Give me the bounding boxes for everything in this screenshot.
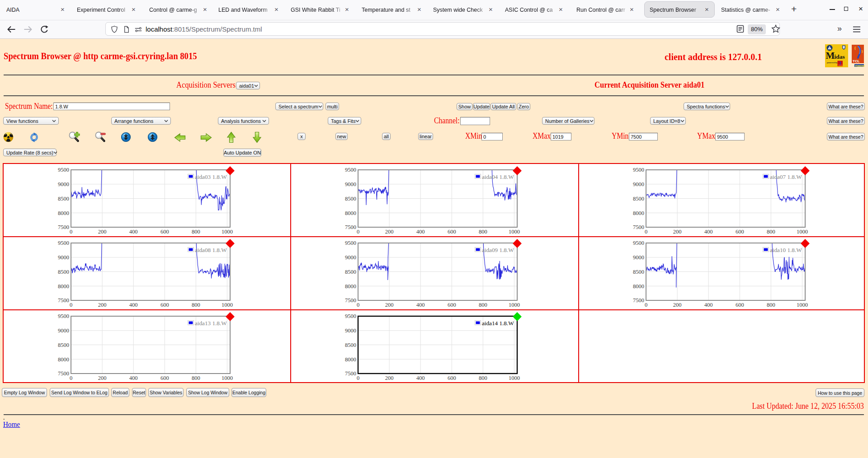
- svg-text:400: 400: [416, 301, 425, 308]
- svg-text:600: 600: [735, 301, 744, 308]
- svg-text:0: 0: [70, 301, 72, 308]
- svg-text:9000: 9000: [633, 181, 644, 187]
- svg-text:800: 800: [766, 301, 775, 308]
- svg-text:9000: 9000: [58, 327, 69, 334]
- svg-text:9000: 9000: [345, 254, 356, 261]
- svg-text:200: 200: [385, 374, 394, 381]
- svg-text:800: 800: [479, 229, 487, 235]
- svg-text:1000: 1000: [222, 374, 233, 381]
- svg-text:aida09 1.8.W: aida09 1.8.W: [482, 246, 514, 253]
- svg-text:1000: 1000: [509, 374, 520, 381]
- svg-text:aida13 1.8.W: aida13 1.8.W: [195, 319, 227, 326]
- svg-text:600: 600: [160, 301, 169, 308]
- svg-text:0: 0: [357, 301, 359, 308]
- svg-text:0: 0: [70, 229, 72, 235]
- svg-text:0: 0: [644, 229, 647, 235]
- svg-text:7500: 7500: [345, 297, 356, 304]
- svg-text:400: 400: [129, 301, 138, 308]
- svg-text:1000: 1000: [222, 229, 233, 235]
- svg-text:aida07 1.8.W: aida07 1.8.W: [770, 173, 802, 180]
- svg-text:600: 600: [448, 374, 456, 381]
- svg-text:8000: 8000: [633, 210, 644, 216]
- svg-text:aida14 1.8.W: aida14 1.8.W: [482, 319, 514, 326]
- svg-text:9500: 9500: [345, 240, 356, 246]
- svg-text:idas: idas: [835, 53, 845, 60]
- svg-text:400: 400: [704, 229, 712, 235]
- svg-text:600: 600: [448, 301, 456, 308]
- svg-text:8000: 8000: [345, 283, 356, 289]
- svg-text:800: 800: [479, 301, 487, 308]
- svg-text:7500: 7500: [345, 224, 356, 230]
- svg-text:9500: 9500: [633, 167, 644, 173]
- svg-text:400: 400: [129, 374, 138, 381]
- svg-text:8000: 8000: [345, 210, 356, 216]
- svg-text:9500: 9500: [58, 167, 69, 173]
- svg-text:9500: 9500: [345, 167, 356, 173]
- svg-text:8500: 8500: [58, 341, 69, 348]
- svg-text:200: 200: [385, 229, 394, 235]
- svg-text:8500: 8500: [345, 341, 356, 348]
- svg-text:9500: 9500: [345, 313, 356, 319]
- svg-text:8500: 8500: [633, 196, 644, 202]
- svg-text:9000: 9000: [58, 181, 69, 187]
- svg-text:aida03 1.8.W: aida03 1.8.W: [195, 173, 227, 180]
- svg-text:600: 600: [160, 374, 169, 381]
- svg-text:8500: 8500: [633, 268, 644, 275]
- svg-text:200: 200: [98, 229, 107, 235]
- svg-text:400: 400: [129, 229, 138, 235]
- svg-text:8500: 8500: [58, 268, 69, 275]
- svg-text:9000: 9000: [58, 254, 69, 261]
- svg-text:8500: 8500: [58, 196, 69, 202]
- svg-text:8500: 8500: [345, 268, 356, 275]
- svg-text:8000: 8000: [345, 356, 356, 362]
- svg-text:9000: 9000: [345, 327, 356, 334]
- svg-text:7500: 7500: [633, 297, 644, 304]
- svg-text:8000: 8000: [633, 283, 644, 289]
- svg-text:200: 200: [98, 374, 107, 381]
- svg-text:8000: 8000: [58, 356, 69, 362]
- svg-text:0: 0: [357, 374, 359, 381]
- svg-text:aida04 1.8.W: aida04 1.8.W: [482, 173, 514, 180]
- svg-text:800: 800: [766, 229, 775, 235]
- svg-text:7500: 7500: [633, 224, 644, 230]
- svg-text:1000: 1000: [509, 229, 520, 235]
- svg-text:9000: 9000: [633, 254, 644, 261]
- svg-text:8000: 8000: [58, 210, 69, 216]
- svg-text:9500: 9500: [58, 240, 69, 246]
- svg-text:400: 400: [704, 301, 712, 308]
- svg-text:TCL/TK: TCL/TK: [838, 65, 843, 66]
- svg-text:powered by: powered by: [827, 61, 838, 64]
- svg-text:0: 0: [70, 374, 72, 381]
- svg-text:200: 200: [673, 229, 681, 235]
- svg-text:M: M: [826, 50, 835, 61]
- svg-text:600: 600: [160, 229, 169, 235]
- svg-text:0: 0: [644, 301, 647, 308]
- svg-text:9500: 9500: [633, 240, 644, 246]
- svg-text:1000: 1000: [796, 301, 807, 308]
- svg-text:400: 400: [416, 229, 425, 235]
- svg-text:7500: 7500: [345, 370, 356, 377]
- svg-text:7500: 7500: [58, 297, 69, 304]
- svg-text:200: 200: [673, 301, 681, 308]
- svg-text:POWERED: POWERED: [855, 65, 865, 67]
- svg-text:600: 600: [448, 229, 456, 235]
- svg-text:aida08 1.8.W: aida08 1.8.W: [195, 246, 227, 253]
- svg-text:800: 800: [479, 374, 487, 381]
- svg-text:1000: 1000: [222, 301, 233, 308]
- svg-text:800: 800: [192, 374, 200, 381]
- svg-text:9000: 9000: [345, 181, 356, 187]
- svg-text:200: 200: [98, 301, 107, 308]
- svg-text:0: 0: [357, 229, 359, 235]
- svg-text:200: 200: [385, 301, 394, 308]
- svg-text:8000: 8000: [58, 283, 69, 289]
- svg-text:7500: 7500: [58, 224, 69, 230]
- svg-text:aida10 1.8.W: aida10 1.8.W: [770, 246, 802, 253]
- svg-text:400: 400: [416, 374, 425, 381]
- svg-text:9500: 9500: [58, 313, 69, 319]
- svg-text:1000: 1000: [509, 301, 520, 308]
- svg-text:8500: 8500: [345, 196, 356, 202]
- svg-text:7500: 7500: [58, 370, 69, 377]
- svg-text:TCL: TCL: [853, 59, 860, 63]
- svg-text:800: 800: [192, 229, 200, 235]
- svg-text:800: 800: [192, 301, 200, 308]
